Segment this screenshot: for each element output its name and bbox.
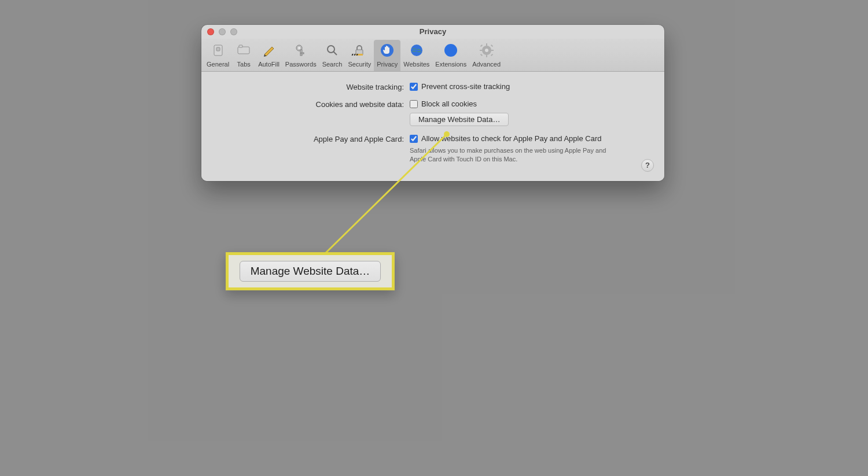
manage-website-data-button[interactable]: Manage Website Data… [410,113,509,126]
switch-icon [209,42,227,59]
tab-label: Extensions [435,61,466,68]
checkbox-label: Prevent cross-site tracking [421,82,510,91]
pencil-icon [260,42,277,59]
svg-point-17 [411,45,422,56]
tab-label: General [207,61,229,68]
svg-rect-24 [486,55,487,57]
checkbox-label: Block all cookies [421,99,477,108]
window-title: Privacy [420,27,446,36]
preferences-toolbar: General Tabs AutoFill Passwords Search [201,39,664,72]
row-website-tracking: Website tracking: Prevent cross-site tra… [219,82,647,91]
svg-rect-25 [480,50,482,51]
callout-manage-website-data-button: Manage Website Data… [240,261,381,282]
tabs-icon [235,42,252,59]
tab-websites[interactable]: Websites [400,40,432,71]
svg-rect-3 [239,45,242,47]
tab-search[interactable]: Search [319,40,345,71]
titlebar: Privacy [201,25,664,39]
tab-label: Tabs [237,61,251,68]
checkbox-input[interactable] [410,135,418,143]
svg-rect-23 [486,43,487,46]
tab-general[interactable]: General [204,40,232,71]
apple-pay-hint: Safari allows you to make purchases on t… [410,146,618,164]
row-label: Apple Pay and Apple Card: [219,134,410,143]
tab-autofill[interactable]: AutoFill [255,40,282,71]
tab-advanced[interactable]: Advanced [469,40,503,71]
checkbox-input[interactable] [410,83,418,91]
search-icon [323,42,341,59]
row-label: Cookies and website data: [219,99,410,109]
tab-privacy[interactable]: Privacy [374,40,400,71]
tab-label: Security [348,61,371,68]
minimize-window-button[interactable] [219,28,226,35]
checkbox-prevent-cross-site-tracking[interactable]: Prevent cross-site tracking [410,82,647,91]
gear-icon [478,42,495,59]
svg-rect-2 [238,47,249,54]
checkbox-input[interactable] [410,100,418,108]
zoom-window-button[interactable] [230,28,237,35]
globe-icon [408,42,425,59]
tab-tabs[interactable]: Tabs [232,40,255,71]
compass-icon [442,42,459,59]
tab-label: AutoFill [258,61,279,68]
svg-point-5 [298,47,300,49]
privacy-pane: Website tracking: Prevent cross-site tra… [201,72,664,181]
tab-security[interactable]: Security [345,40,374,71]
tab-label: Search [322,61,343,68]
checkbox-allow-apple-pay-check[interactable]: Allow websites to check for Apple Pay an… [410,134,647,143]
svg-point-18 [444,44,457,57]
lock-icon [351,42,368,59]
row-label: Website tracking: [219,82,410,91]
help-button[interactable]: ? [641,159,654,172]
checkbox-block-all-cookies[interactable]: Block all cookies [410,99,647,108]
svg-rect-14 [354,54,356,56]
tab-label: Passwords [285,61,317,68]
tab-label: Websites [403,61,429,68]
svg-point-22 [485,49,488,52]
svg-rect-13 [352,54,354,56]
svg-line-9 [333,51,337,55]
preferences-window: Privacy General Tabs AutoFill Password [201,25,664,181]
close-window-button[interactable] [207,28,214,35]
row-apple-pay: Apple Pay and Apple Card: Allow websites… [219,134,647,164]
key-icon [292,42,310,59]
svg-rect-1 [216,47,220,51]
tab-label: Advanced [472,61,501,68]
svg-rect-7 [301,53,304,54]
tab-extensions[interactable]: Extensions [432,40,469,71]
tab-passwords[interactable]: Passwords [282,40,319,71]
row-cookies: Cookies and website data: Block all cook… [219,99,647,126]
window-controls [207,28,237,35]
svg-rect-27 [480,45,483,47]
hand-icon [378,42,396,59]
question-mark-icon: ? [645,161,650,169]
svg-rect-30 [491,54,493,56]
annotation-callout: Manage Website Data… [226,252,395,290]
svg-rect-26 [491,50,494,51]
checkbox-label: Allow websites to check for Apple Pay an… [421,134,601,143]
svg-rect-28 [491,45,493,47]
tab-label: Privacy [377,61,398,68]
svg-rect-29 [480,54,483,56]
